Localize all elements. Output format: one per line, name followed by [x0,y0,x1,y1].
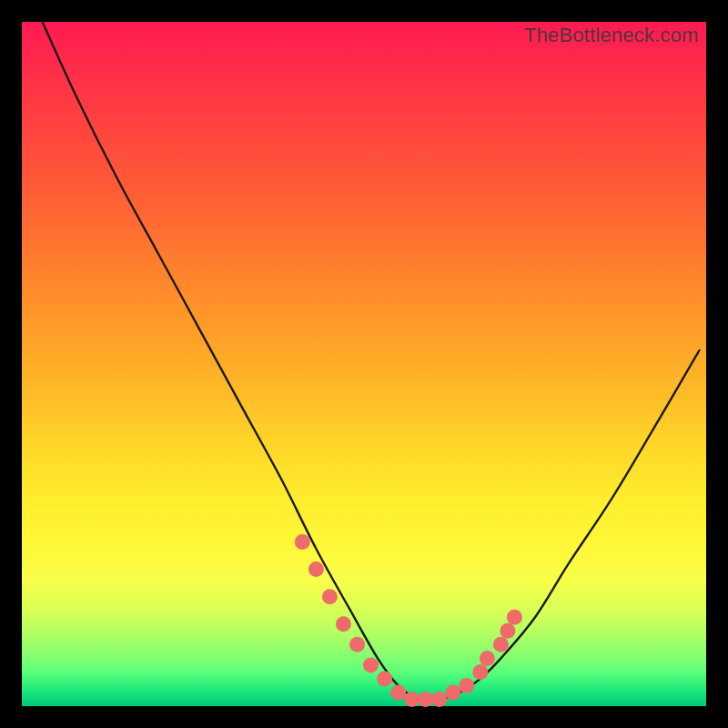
data-marker [431,692,447,707]
data-marker [507,610,522,625]
data-marker [363,657,379,672]
bottleneck-curve [43,22,700,701]
data-marker [500,623,515,639]
data-marker [404,692,420,707]
data-marker [295,534,310,550]
data-marker [377,671,392,686]
curve-group [43,22,700,701]
watermark-text: TheBottleneck.com [524,24,699,47]
data-marker [336,616,351,632]
data-marker [322,589,338,604]
data-marker [493,637,509,652]
markers-group [295,534,522,707]
data-marker [445,685,460,701]
data-marker [480,651,495,666]
data-marker [472,664,488,680]
data-marker [418,692,433,707]
data-marker [349,637,365,652]
chart-frame: TheBottleneck.com [22,22,706,706]
data-marker [390,685,406,701]
chart-svg [22,22,706,706]
data-marker [308,561,324,577]
data-marker [459,678,474,693]
